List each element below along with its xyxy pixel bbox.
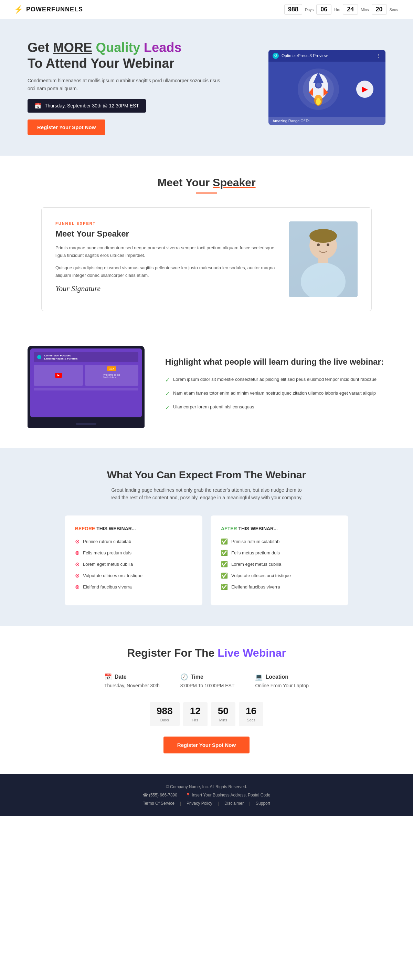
learn-item-1: ✓ Lorem ipsum dolor sit molestie consect… — [165, 376, 386, 384]
svg-point-16 — [327, 243, 329, 246]
register-title-plain: Register For The — [127, 647, 218, 659]
hero-title-line2: To Attend Your Webinar — [27, 56, 174, 71]
footer-copyright: © Company Name, Inc. All Rights Reserved… — [14, 784, 399, 789]
rocket-illustration — [281, 62, 356, 117]
navbar-countdown: 988 Days 06 Hrs 24 Mins 20 Secs — [284, 4, 399, 15]
logo-bolt-icon: ⚡ — [14, 5, 24, 14]
footer-contact: ☎ (555) 666-7890 📍 Insert Your Business … — [14, 793, 399, 797]
logo: ⚡ POWERFUNNELS — [14, 5, 83, 14]
hero-date-text: Thursday, September 30th @ 12:30PM EST — [45, 103, 139, 108]
after-item-2: ✅Felis metus pretium duis — [221, 550, 338, 556]
laptop-bottom-bar — [34, 388, 138, 390]
time-value: 8:00PM To 10:00PM EST — [180, 683, 235, 688]
logo-text: POWERFUNNELS — [26, 6, 83, 13]
video-preview-card: O OptimizePress 3 Preview ⋮ — [268, 50, 386, 125]
before-card-header: BEFORE THIS WEBINAR... — [75, 526, 192, 531]
check-green-4: ✅ — [221, 572, 228, 579]
reg-countdown-hrs-box: 12 Hrs — [183, 702, 208, 726]
check-green-5: ✅ — [221, 584, 228, 590]
laptop-base — [30, 419, 142, 423]
learn-list: ✓ Lorem ipsum dolor sit molestie consect… — [165, 376, 386, 412]
meet-speaker-section: Meet Your Speaker FUNNEL EXPERT Meet You… — [0, 156, 413, 332]
hero-title-more: MORE — [53, 40, 92, 55]
countdown-hrs-box: 06 — [316, 4, 332, 15]
laptop-logo-icon — [37, 355, 41, 359]
footer-sep-1: | — [180, 801, 181, 806]
hero-content: Get MORE Quality Leads To Attend Your We… — [27, 40, 220, 135]
before-card: BEFORE THIS WEBINAR... ⊗Primise rutrum c… — [65, 515, 202, 605]
svg-point-12 — [310, 229, 337, 243]
time-icon: 🕗 — [180, 673, 188, 681]
hero-section: Get MORE Quality Leads To Attend Your We… — [0, 19, 413, 156]
countdown-hrs-num: 06 — [320, 6, 328, 13]
laptop-mockup: Conversion FocusedLanding Pages & Funnel… — [27, 346, 145, 428]
navbar: ⚡ POWERFUNNELS 988 Days 06 Hrs 24 Mins 2… — [0, 0, 413, 19]
footer-address: 📍 Insert Your Business Address, Postal C… — [186, 793, 270, 797]
reg-countdown-hrs-num: 12 — [190, 706, 201, 717]
hero-title-quality: Quality — [92, 40, 144, 55]
time-label: Time — [191, 674, 203, 680]
speaker-card-title: Meet Your Speaker — [56, 229, 275, 239]
date-value: Thursday, November 30th — [104, 683, 160, 688]
op-logo-icon: O — [273, 52, 279, 59]
footer-links: Terms Of Service | Privacy Policy | Disc… — [14, 801, 399, 806]
before-item-text-2: Felis metus pretium duis — [83, 550, 132, 555]
hero-title: Get MORE Quality Leads To Attend Your We… — [27, 40, 220, 71]
learn-item-text-1: Lorem ipsum dolor sit molestie consectet… — [173, 376, 376, 383]
speaker-card: FUNNEL EXPERT Meet Your Speaker Primis m… — [41, 207, 372, 311]
after-list: ✅Primise rutrum culabitab ✅Felis metus p… — [221, 538, 338, 590]
youtube-play-button[interactable]: ▶ — [356, 81, 373, 98]
check-green-3: ✅ — [221, 561, 228, 568]
x-icon-5: ⊗ — [75, 584, 79, 590]
after-item-3: ✅Lorem eget metus cubilia — [221, 561, 338, 568]
svg-point-5 — [316, 83, 321, 88]
title-underline-decoration — [196, 192, 217, 194]
learn-item-3: ✓ Ulamcorper lorem potenti nisi consequa… — [165, 404, 386, 412]
laptop-yt-icon: ▶ — [55, 373, 62, 378]
learn-item-text-2: Nam etiam fames totor enim ad minim veni… — [173, 390, 376, 397]
reg-countdown-hrs-label: Hrs — [192, 718, 198, 722]
register-date-detail: 📅 Date Thursday, November 30th — [104, 673, 160, 688]
video-topbar: O OptimizePress 3 Preview ⋮ — [268, 50, 386, 62]
laptop-text-block: 10X Welcome to theMarketplace — [85, 365, 138, 386]
checkmark-icon-3: ✓ — [165, 404, 170, 412]
reg-countdown-secs-label: Secs — [247, 718, 255, 722]
before-label: BEFORE — [75, 526, 95, 531]
after-card-header: AFTER THIS WEBINAR... — [221, 526, 338, 531]
checkmark-icon-2: ✓ — [165, 390, 170, 398]
before-item-2: ⊗Felis metus pretium duis — [75, 550, 192, 556]
footer-link-disclaimer[interactable]: Disclaimer — [224, 801, 244, 806]
countdown-days-num: 988 — [288, 6, 299, 13]
location-label: Location — [265, 674, 288, 680]
footer: © Company Name, Inc. All Rights Reserved… — [0, 774, 413, 816]
after-card: AFTER THIS WEBINAR... ✅Primise rutrum cu… — [211, 515, 348, 605]
footer-link-tos[interactable]: Terms Of Service — [143, 801, 175, 806]
footer-sep-2: | — [218, 801, 219, 806]
learn-item-2: ✓ Nam etiam fames totor enim ad minim ve… — [165, 390, 386, 398]
video-more-icon[interactable]: ⋮ — [376, 53, 381, 58]
reg-countdown-mins-num: 50 — [218, 706, 229, 717]
svg-point-15 — [317, 243, 320, 246]
laptop-badge: 10X — [107, 366, 116, 371]
speaker-avatar-svg — [289, 221, 357, 297]
before-item-4: ⊗Vulputate ultrices orci tristique — [75, 572, 192, 579]
register-button[interactable]: Register Your Spot Now — [164, 737, 249, 753]
footer-link-support[interactable]: Support — [256, 801, 270, 806]
meet-speaker-plain: Meet Your — [157, 176, 213, 189]
register-details: 📅 Date Thursday, November 30th 🕗 Time 8:… — [27, 673, 386, 688]
footer-link-privacy[interactable]: Privacy Policy — [187, 801, 212, 806]
checkmark-icon-1: ✓ — [165, 376, 170, 384]
reg-countdown-mins-label: Mins — [219, 718, 227, 722]
reg-countdown-days-label: Days — [160, 718, 169, 722]
reg-countdown-days-num: 988 — [157, 706, 173, 717]
countdown-secs-label: Secs — [389, 8, 398, 12]
check-green-2: ✅ — [221, 550, 228, 556]
before-item-text-3: Lorem eget metus cubilia — [83, 562, 133, 567]
after-rest: THIS WEBINAR... — [237, 526, 278, 531]
hero-register-button[interactable]: Register Your Spot Now — [27, 119, 105, 135]
x-icon-4: ⊗ — [75, 572, 79, 579]
expert-label: FUNNEL EXPERT — [56, 221, 275, 226]
video-topbar-left: O OptimizePress 3 Preview — [273, 52, 328, 59]
speaker-photo — [289, 221, 357, 297]
location-icon: 💻 — [255, 673, 263, 681]
